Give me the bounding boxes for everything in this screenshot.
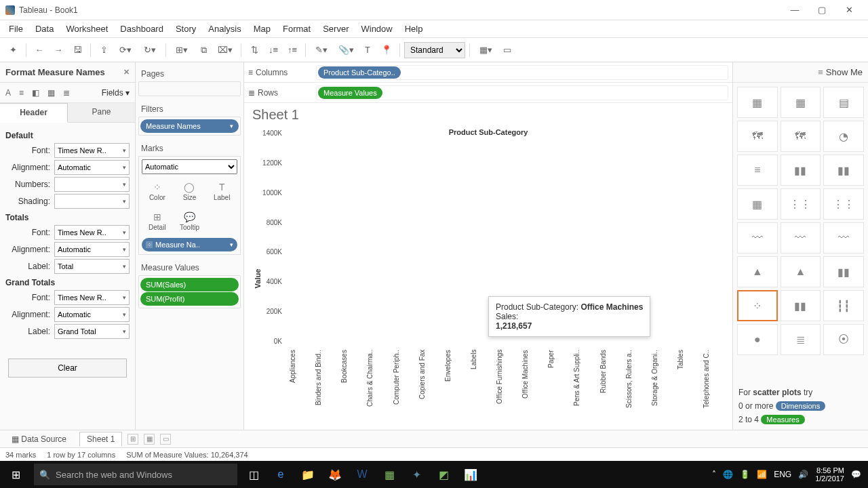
fields-dropdown[interactable]: Fields ▾ (102, 88, 130, 98)
label-button[interactable]: T (359, 41, 376, 59)
show-me-button[interactable]: ≡Show Me (733, 62, 868, 83)
menu-format[interactable]: Format (277, 21, 317, 37)
show-me-chart-type[interactable]: 〰 (781, 222, 821, 253)
tray-wifi-icon[interactable]: 📶 (757, 470, 767, 479)
columns-shelf[interactable]: Product Sub-Catego.. (316, 65, 728, 80)
clear-button[interactable]: ⌧▾ (214, 41, 237, 59)
app-icon-1[interactable]: ▦ (376, 461, 403, 488)
grand-alignment-select[interactable]: Automatic (54, 307, 130, 322)
tableau-icon[interactable]: ✦ (4, 41, 22, 59)
format-tab-header[interactable]: Header (0, 103, 68, 123)
format-lines-icon[interactable]: ≣ (63, 88, 70, 98)
show-me-chart-type[interactable]: ● (737, 324, 778, 355)
tableau-taskbar-icon[interactable]: ✦ (403, 461, 430, 488)
show-me-chart-type[interactable]: ◔ (823, 121, 864, 152)
notifications-icon[interactable]: 💬 (851, 470, 861, 479)
menu-map[interactable]: Map (248, 21, 277, 37)
swap-button[interactable]: ⇅ (245, 41, 263, 59)
mark-size-button[interactable]: ◯Size (174, 177, 205, 205)
tray-locale-icon[interactable]: ENG (774, 470, 791, 479)
default-font-select[interactable]: Times New R.. (54, 143, 130, 158)
default-shading-select[interactable] (54, 194, 130, 209)
word-icon[interactable]: W (349, 461, 376, 488)
show-me-chart-type[interactable]: 〰 (823, 222, 864, 253)
format-tab-pane[interactable]: Pane (68, 103, 135, 122)
clear-format-button[interactable]: Clear (8, 359, 127, 378)
save-button[interactable]: 🖫 (68, 41, 86, 59)
default-numbers-select[interactable] (54, 177, 130, 192)
filter-pill-measure-names[interactable]: Measure Names▾ (140, 119, 239, 133)
new-datasource-button[interactable]: ⇪ (95, 41, 113, 59)
mark-label-button[interactable]: TLabel (206, 177, 237, 205)
chart[interactable]: Product Sub-Category Value 0K200K400K600… (244, 127, 732, 430)
filters-shelf[interactable]: Measure Names▾ (138, 117, 241, 136)
grand-font-select[interactable]: Times New R.. (54, 290, 130, 305)
show-me-chart-type[interactable]: ⋮⋮ (823, 188, 864, 220)
fit-select[interactable]: Standard (404, 42, 465, 58)
new-worksheet-tab[interactable]: ⊞ (127, 434, 138, 445)
default-alignment-select[interactable]: Automatic (54, 160, 130, 175)
data-source-tab[interactable]: ▦ Data Source (4, 432, 74, 447)
format-borders-icon[interactable]: ▦ (47, 88, 55, 98)
sort-desc-button[interactable]: ↑≡ (283, 41, 301, 59)
new-story-tab[interactable]: ▭ (160, 434, 171, 445)
show-me-chart-type[interactable]: ≣ (781, 324, 821, 355)
tray-battery-icon[interactable]: 🔋 (740, 470, 750, 479)
taskbar-clock[interactable]: 8:56 PM 1/2/2017 (815, 466, 844, 483)
show-me-chart-type[interactable]: 🗺 (781, 121, 821, 152)
highlight-button[interactable]: ✎▾ (310, 41, 333, 59)
menu-analysis[interactable]: Analysis (202, 21, 247, 37)
mark-tooltip-button[interactable]: 💬Tooltip (174, 207, 205, 235)
tray-network-icon[interactable]: 🌐 (723, 470, 733, 479)
show-me-chart-type[interactable]: ┇┇ (823, 290, 864, 321)
close-format-pane-button[interactable]: ✕ (123, 68, 130, 77)
show-me-chart-type[interactable]: ⁘ (737, 290, 778, 321)
mark-type-select[interactable]: Automatic (142, 159, 237, 174)
measure-values-shelf[interactable]: SUM(Sales) SUM(Profit) (138, 275, 241, 308)
show-me-chart-type[interactable]: ▮▮ (823, 155, 864, 186)
pin-button[interactable]: 📍 (378, 41, 395, 59)
show-me-chart-type[interactable]: 〰 (737, 222, 778, 253)
mark-color-button[interactable]: ⁘Color (142, 177, 173, 205)
edge-icon[interactable]: e (267, 461, 294, 488)
rows-pill[interactable]: Measure Values (318, 87, 382, 99)
cards-button[interactable]: ▦▾ (474, 41, 497, 59)
show-me-chart-type[interactable]: 🗺 (737, 121, 778, 152)
maximize-button[interactable]: ▢ (808, 1, 835, 20)
grand-label-select[interactable]: Grand Total (54, 324, 130, 339)
menu-file[interactable]: File (3, 21, 29, 37)
menu-window[interactable]: Window (355, 21, 398, 37)
menu-worksheet[interactable]: Worksheet (60, 21, 114, 37)
show-me-chart-type[interactable]: ▮▮ (781, 155, 821, 186)
group-button[interactable]: 📎▾ (334, 41, 357, 59)
show-me-chart-type[interactable]: ▲ (737, 256, 778, 287)
forward-button[interactable]: → (50, 41, 67, 59)
close-button[interactable]: ✕ (835, 1, 863, 20)
menu-data[interactable]: Data (29, 21, 60, 37)
sheet-title[interactable]: Sheet 1 (244, 103, 732, 127)
tray-volume-icon[interactable]: 🔊 (798, 470, 808, 479)
task-view-icon[interactable]: ◫ (240, 461, 267, 488)
new-dashboard-tab[interactable]: ▦ (144, 434, 155, 445)
firefox-icon[interactable]: 🦊 (321, 461, 349, 488)
totals-alignment-select[interactable]: Automatic (54, 242, 130, 257)
menu-help[interactable]: Help (399, 21, 429, 37)
mark-detail-button[interactable]: ⊞Detail (142, 207, 173, 235)
pages-shelf[interactable] (138, 81, 241, 96)
mv-pill-profit[interactable]: SUM(Profit) (140, 292, 239, 306)
rows-shelf[interactable]: Measure Values (316, 85, 728, 100)
show-me-chart-type[interactable]: ▲ (781, 256, 821, 287)
show-me-chart-type[interactable]: ▦ (781, 87, 821, 118)
show-me-chart-type[interactable]: ▮▮ (781, 290, 821, 321)
app-icon-2[interactable]: ◩ (430, 461, 457, 488)
minimize-button[interactable]: — (781, 1, 808, 20)
explorer-icon[interactable]: 📁 (294, 461, 321, 488)
format-align-icon[interactable]: ≡ (19, 88, 24, 98)
format-font-icon[interactable]: A (5, 88, 11, 98)
totals-font-select[interactable]: Times New R.. (54, 225, 130, 240)
show-me-chart-type[interactable]: ▦ (737, 188, 778, 220)
taskbar-search[interactable]: 🔍 Search the web and Windows (34, 464, 237, 485)
columns-pill[interactable]: Product Sub-Catego.. (318, 66, 401, 79)
menu-server[interactable]: Server (317, 21, 355, 37)
start-button[interactable]: ⊞ (0, 461, 31, 488)
